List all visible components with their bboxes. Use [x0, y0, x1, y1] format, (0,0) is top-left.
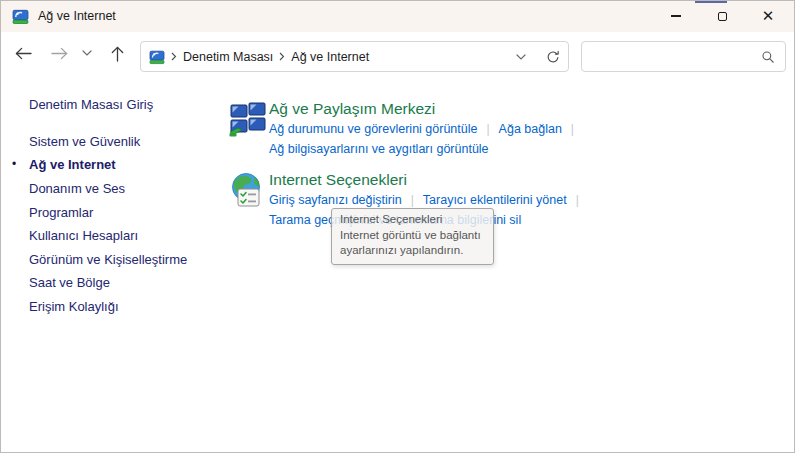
- separator: |: [571, 122, 574, 136]
- sidebar-item-ease-of-access[interactable]: Erişim Kolaylığı: [29, 299, 119, 314]
- task-link-view-network-status[interactable]: Ağ durumunu ve görevlerini görüntüle: [269, 122, 477, 136]
- link-row: Giriş sayfanızı değiştirin | Tarayıcı ek…: [269, 193, 588, 207]
- search-icon: [761, 50, 775, 64]
- chevron-right-icon: [279, 52, 285, 61]
- maximize-icon: [718, 12, 727, 21]
- close-button[interactable]: ✕: [745, 1, 791, 31]
- navigation-bar: Denetim Masası Ağ ve Internet: [1, 32, 794, 76]
- breadcrumb-root[interactable]: Denetim Masası: [183, 50, 273, 64]
- control-panel-window: Ağ ve Internet ✕: [0, 0, 795, 453]
- chevron-down-icon: [82, 50, 92, 56]
- tooltip-line: Internet Seçenekleri: [340, 212, 485, 228]
- up-arrow-icon: [110, 45, 125, 62]
- search-input[interactable]: [592, 50, 761, 64]
- chevron-down-icon: [516, 54, 526, 60]
- separator: |: [486, 122, 489, 136]
- section-heading-internet-options[interactable]: Internet Seçenekleri: [269, 171, 407, 189]
- internet-options-tooltip: Internet Seçenekleri Internet görüntü ve…: [331, 208, 494, 265]
- sidebar-item-home[interactable]: Denetim Masası Giriş: [29, 97, 153, 112]
- refresh-icon: [546, 50, 560, 64]
- sidebar-item-clock-region[interactable]: Saat ve Bölge: [29, 275, 110, 290]
- minimize-button[interactable]: [653, 1, 699, 31]
- search-box[interactable]: [581, 41, 786, 72]
- control-panel-icon: [12, 8, 29, 25]
- back-arrow-icon: [14, 46, 33, 61]
- minimize-icon: [671, 15, 681, 16]
- window-controls: ✕: [653, 1, 791, 31]
- sidebar-item-user-accounts[interactable]: Kullanıcı Hesapları: [29, 228, 138, 243]
- forward-button[interactable]: [45, 39, 73, 67]
- control-panel-icon: [149, 49, 165, 65]
- address-bar[interactable]: Denetim Masası Ağ ve Internet: [140, 41, 569, 72]
- task-link-connect-to-network[interactable]: Ağa bağlan: [499, 122, 562, 136]
- window-title: Ağ ve Internet: [38, 1, 116, 32]
- separator: |: [411, 193, 414, 207]
- sidebar-item-system-security[interactable]: Sistem ve Güvenlik: [29, 134, 140, 149]
- task-link-manage-browser-addons[interactable]: Tarayıcı eklentilerini yönet: [423, 193, 567, 207]
- recent-pages-button[interactable]: [77, 39, 97, 67]
- task-link-view-network-computers[interactable]: Ağ bilgisayarlarını ve aygıtları görüntü…: [269, 142, 489, 156]
- address-dropdown-button[interactable]: [502, 54, 540, 60]
- chevron-right-icon: [171, 52, 177, 61]
- close-icon: ✕: [762, 9, 775, 24]
- link-row: Ağ bilgisayarlarını ve aygıtları görüntü…: [269, 142, 489, 156]
- sidebar-item-hardware-sound[interactable]: Donanım ve Ses: [29, 181, 125, 196]
- tooltip-line: Internet görüntü ve bağlantı: [340, 228, 485, 244]
- task-link-change-homepage[interactable]: Giriş sayfanızı değiştirin: [269, 193, 402, 207]
- network-sharing-center-icon[interactable]: [229, 101, 268, 140]
- titlebar: Ağ ve Internet ✕: [1, 1, 794, 32]
- section-heading-network-sharing[interactable]: Ağ ve Paylaşım Merkezi: [269, 100, 435, 118]
- separator: |: [576, 193, 579, 207]
- back-button[interactable]: [9, 39, 37, 67]
- refresh-button[interactable]: [546, 50, 560, 64]
- up-button[interactable]: [103, 39, 131, 67]
- sidebar-item-appearance[interactable]: Görünüm ve Kişiselleştirme: [29, 252, 187, 267]
- internet-options-icon[interactable]: [229, 172, 268, 211]
- forward-arrow-icon: [50, 46, 69, 61]
- selected-bullet: •: [12, 157, 16, 171]
- link-row: Ağ durumunu ve görevlerini görüntüle | A…: [269, 122, 583, 136]
- breadcrumb-current[interactable]: Ağ ve Internet: [291, 50, 369, 64]
- maximize-button[interactable]: [699, 1, 745, 31]
- sidebar-item-network-internet[interactable]: Ağ ve Internet: [29, 157, 116, 172]
- tooltip-line: ayarlarınızı yapılandırın.: [340, 243, 485, 259]
- sidebar-item-programs[interactable]: Programlar: [29, 205, 93, 220]
